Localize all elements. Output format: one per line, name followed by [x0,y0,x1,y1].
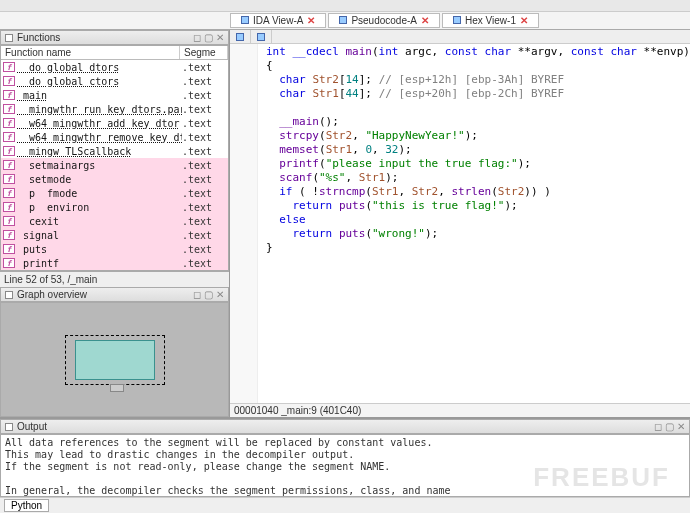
code-text: printf("please input the true flag:"); [266,157,531,170]
menubar [0,0,690,12]
graph-overview[interactable] [0,302,229,417]
function-segment: .text [182,146,228,157]
function-row[interactable]: f__w64_mingwthr_add_key_dtor.text [1,116,228,130]
code-line[interactable]: 4 char Str1[44]; // [esp+20h] [ebp-2Ch] … [230,86,690,100]
function-name: _signal [17,230,182,241]
function-name: __do_global_ctors [17,76,182,87]
code-text: else [266,213,306,226]
function-name: __mingwthr_run_key_dtors.part.0 [17,104,182,115]
functions-header[interactable]: Function name Segme [1,46,228,60]
function-segment: .text [182,216,228,227]
panel-controls[interactable]: ◻ ▢ ✕ [193,289,224,300]
code-line[interactable]: ●12 return puts("this is true flag!"); [230,198,690,212]
function-name: __w64_mingwthr_remove_key_dtor [17,132,182,143]
function-icon: f [3,244,15,254]
graph-node[interactable] [75,340,155,380]
function-segment: .text [182,62,228,73]
code-text: int __cdecl main(int argc, const char **… [266,45,690,58]
function-segment: .text [182,258,228,269]
function-row[interactable]: f_puts.text [1,242,228,256]
panel-controls[interactable]: ◻ ▢ ✕ [193,32,224,43]
function-segment: .text [182,104,228,115]
tab-icon [236,33,244,41]
function-row[interactable]: f__do_global_ctors.text [1,74,228,88]
function-icon: f [3,76,15,86]
function-row[interactable]: f__p__fmode.text [1,186,228,200]
col-segment[interactable]: Segme [180,46,228,59]
functions-panel: Function name Segme f__do_global_dtors.t… [0,45,229,271]
function-segment: .text [182,230,228,241]
function-segment: .text [182,202,228,213]
functions-list[interactable]: f__do_global_dtors.textf__do_global_ctor… [1,60,228,270]
global-tab[interactable]: Hex View-1✕ [442,13,539,28]
function-row[interactable]: f__p__environ.text [1,200,228,214]
function-name: _main [17,90,182,101]
function-icon: f [3,160,15,170]
function-icon: f [3,62,15,72]
function-name: __w64_mingwthr_add_key_dtor [17,118,182,129]
output-panel-header: Output ◻ ▢ ✕ [0,419,690,434]
close-icon[interactable]: ✕ [520,15,528,26]
code-text: { [266,59,273,72]
pseudocode-view[interactable]: 1int __cdecl main(int argc, const char *… [230,44,690,403]
function-row[interactable]: f__mingw_TLScallback.text [1,144,228,158]
code-line[interactable]: ●11 if ( !strncmp(Str1, Str2, strlen(Str… [230,184,690,198]
function-row[interactable]: f_printf.text [1,256,228,270]
code-text: memset(Str1, 0, 32); [266,143,412,156]
code-line[interactable]: ●10 scanf("%s", Str1); [230,170,690,184]
code-text: char Str2[14]; // [esp+12h] [ebp-3Ah] BY… [266,73,564,86]
function-row[interactable]: f__setmode.text [1,172,228,186]
code-text: scanf("%s", Str1); [266,171,399,184]
global-tab[interactable]: Pseudocode-A✕ [328,13,440,28]
subview-tab[interactable] [251,30,272,43]
function-row[interactable]: f__do_global_dtors.text [1,60,228,74]
global-tab[interactable]: IDA View-A✕ [230,13,326,28]
code-text: if ( !strncmp(Str1, Str2, strlen(Str2)) … [266,185,551,198]
function-icon: f [3,216,15,226]
function-icon: f [3,202,15,212]
code-line[interactable]: ●9 printf("please input the true flag:")… [230,156,690,170]
code-text: return puts("wrong!"); [266,227,438,240]
view-tabs: IDA View-A✕Pseudocode-A✕Hex View-1✕ [0,12,690,30]
code-line[interactable]: ●14 return puts("wrong!"); [230,226,690,240]
function-name: _printf [17,258,182,269]
code-line[interactable]: 3 char Str2[14]; // [esp+12h] [ebp-3Ah] … [230,72,690,86]
function-icon: f [3,230,15,240]
code-line[interactable]: ●6 __main(); [230,114,690,128]
status-bar: 00001040 _main:9 (401C40) [230,403,690,417]
function-row[interactable]: f_signal.text [1,228,228,242]
function-row[interactable]: f__mingwthr_run_key_dtors.part.0.text [1,102,228,116]
code-line[interactable]: 5 [230,100,690,114]
function-icon: f [3,174,15,184]
function-name: __p__fmode [17,188,182,199]
code-line[interactable]: ●15} [230,240,690,254]
function-icon: f [3,90,15,100]
code-line[interactable]: 2{ [230,58,690,72]
output-tab-python[interactable]: Python [4,499,49,512]
function-icon: f [3,118,15,128]
function-row[interactable]: f__cexit.text [1,214,228,228]
graph-canvas[interactable] [1,303,228,416]
code-line[interactable]: 1int __cdecl main(int argc, const char *… [230,44,690,58]
close-icon[interactable]: ✕ [421,15,429,26]
col-name[interactable]: Function name [1,46,180,59]
code-line[interactable]: ●7 strcpy(Str2, "HappyNewYear!"); [230,128,690,142]
function-row[interactable]: f_main.text [1,88,228,102]
subview-tab[interactable] [230,30,251,43]
function-name: __setmainargs [17,160,182,171]
function-row[interactable]: f__w64_mingwthr_remove_key_dtor.text [1,130,228,144]
function-row[interactable]: f__setmainargs.text [1,158,228,172]
graph-title: Graph overview [17,289,87,300]
graph-panel-header: Graph overview ◻ ▢ ✕ [0,287,229,302]
output-title: Output [17,421,47,432]
function-icon: f [3,146,15,156]
panel-controls[interactable]: ◻ ▢ ✕ [654,421,685,432]
subview-tabs [230,30,690,44]
code-line[interactable]: 13 else [230,212,690,226]
function-name: __do_global_dtors [17,62,182,73]
function-segment: .text [182,132,228,143]
code-text: __main(); [266,115,339,128]
code-line[interactable]: ●8 memset(Str1, 0, 32); [230,142,690,156]
function-name: __p__environ [17,202,182,213]
close-icon[interactable]: ✕ [307,15,315,26]
